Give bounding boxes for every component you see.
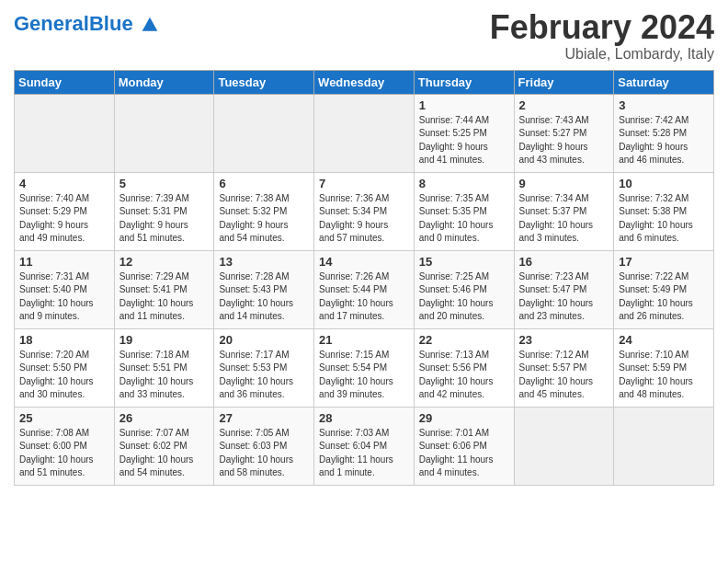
calendar-cell: 18Sunrise: 7:20 AMSunset: 5:50 PMDayligh…	[15, 328, 115, 407]
day-info: Sunrise: 7:32 AMSunset: 5:38 PMDaylight:…	[619, 192, 709, 246]
calendar-cell: 29Sunrise: 7:01 AMSunset: 6:06 PMDayligh…	[414, 407, 514, 485]
calendar-cell: 19Sunrise: 7:18 AMSunset: 5:51 PMDayligh…	[114, 328, 214, 407]
day-info: Sunrise: 7:03 AMSunset: 6:04 PMDaylight:…	[319, 427, 409, 480]
day-info: Sunrise: 7:42 AMSunset: 5:28 PMDaylight:…	[619, 114, 709, 167]
logo-general: General	[14, 12, 89, 35]
day-info: Sunrise: 7:26 AMSunset: 5:44 PMDaylight:…	[319, 270, 409, 324]
day-number: 2	[519, 98, 609, 112]
day-info: Sunrise: 7:07 AMSunset: 6:02 PMDaylight:…	[119, 427, 210, 480]
day-number: 26	[119, 411, 210, 425]
calendar-cell	[514, 407, 614, 485]
calendar-cell: 15Sunrise: 7:25 AMSunset: 5:46 PMDayligh…	[414, 250, 514, 328]
day-info: Sunrise: 7:20 AMSunset: 5:50 PMDaylight:…	[19, 349, 109, 402]
calendar-cell: 21Sunrise: 7:15 AMSunset: 5:54 PMDayligh…	[314, 328, 415, 407]
day-info: Sunrise: 7:34 AMSunset: 5:37 PMDaylight:…	[519, 192, 609, 246]
calendar-cell: 16Sunrise: 7:23 AMSunset: 5:47 PMDayligh…	[514, 250, 614, 328]
day-info: Sunrise: 7:39 AMSunset: 5:31 PMDaylight:…	[119, 192, 210, 246]
day-number: 12	[119, 255, 210, 269]
day-info: Sunrise: 7:10 AMSunset: 5:59 PMDaylight:…	[619, 349, 709, 402]
calendar-cell: 20Sunrise: 7:17 AMSunset: 5:53 PMDayligh…	[214, 328, 314, 407]
day-number: 11	[19, 255, 109, 269]
day-info: Sunrise: 7:35 AMSunset: 5:35 PMDaylight:…	[419, 192, 509, 246]
day-info: Sunrise: 7:01 AMSunset: 6:06 PMDaylight:…	[419, 427, 509, 480]
day-number: 13	[219, 255, 309, 269]
day-info: Sunrise: 7:36 AMSunset: 5:34 PMDaylight:…	[319, 192, 409, 246]
calendar-cell: 3Sunrise: 7:42 AMSunset: 5:28 PMDaylight…	[614, 94, 714, 172]
day-number: 22	[419, 333, 509, 347]
calendar-week: 18Sunrise: 7:20 AMSunset: 5:50 PMDayligh…	[15, 328, 714, 407]
day-number: 27	[219, 411, 309, 425]
day-number: 18	[19, 333, 109, 347]
day-info: Sunrise: 7:05 AMSunset: 6:03 PMDaylight:…	[219, 427, 309, 480]
day-info: Sunrise: 7:40 AMSunset: 5:29 PMDaylight:…	[19, 192, 109, 246]
calendar-cell: 8Sunrise: 7:35 AMSunset: 5:35 PMDaylight…	[414, 172, 514, 250]
day-info: Sunrise: 7:28 AMSunset: 5:43 PMDaylight:…	[219, 270, 309, 324]
day-info: Sunrise: 7:23 AMSunset: 5:47 PMDaylight:…	[519, 270, 609, 324]
day-info: Sunrise: 7:08 AMSunset: 6:00 PMDaylight:…	[19, 427, 109, 480]
day-info: Sunrise: 7:25 AMSunset: 5:46 PMDaylight:…	[419, 270, 509, 324]
day-number: 5	[119, 177, 210, 190]
weekday-row: SundayMondayTuesdayWednesdayThursdayFrid…	[15, 70, 714, 94]
day-number: 14	[319, 255, 409, 269]
day-info: Sunrise: 7:22 AMSunset: 5:49 PMDaylight:…	[619, 270, 709, 324]
calendar-header: SundayMondayTuesdayWednesdayThursdayFrid…	[15, 70, 714, 94]
calendar-cell: 27Sunrise: 7:05 AMSunset: 6:03 PMDayligh…	[214, 407, 314, 485]
day-number: 20	[219, 333, 309, 347]
day-number: 15	[419, 255, 509, 269]
day-number: 21	[319, 333, 409, 347]
calendar-cell	[214, 94, 314, 172]
calendar-cell: 10Sunrise: 7:32 AMSunset: 5:38 PMDayligh…	[614, 172, 714, 250]
day-info: Sunrise: 7:29 AMSunset: 5:41 PMDaylight:…	[119, 270, 210, 324]
calendar-cell: 28Sunrise: 7:03 AMSunset: 6:04 PMDayligh…	[314, 407, 415, 485]
day-info: Sunrise: 7:44 AMSunset: 5:25 PMDaylight:…	[419, 114, 509, 167]
weekday-header: Saturday	[614, 70, 714, 94]
day-info: Sunrise: 7:17 AMSunset: 5:53 PMDaylight:…	[219, 349, 309, 402]
weekday-header: Thursday	[414, 70, 514, 94]
day-number: 6	[219, 177, 309, 190]
calendar-week: 11Sunrise: 7:31 AMSunset: 5:40 PMDayligh…	[15, 250, 714, 328]
logo: GeneralBlue	[14, 14, 159, 34]
day-number: 16	[519, 255, 609, 269]
calendar-title: February 2024	[490, 9, 714, 46]
calendar-cell: 1Sunrise: 7:44 AMSunset: 5:25 PMDaylight…	[414, 94, 514, 172]
day-info: Sunrise: 7:13 AMSunset: 5:56 PMDaylight:…	[419, 349, 509, 402]
day-number: 25	[19, 411, 109, 425]
svg-marker-0	[142, 17, 157, 31]
day-number: 19	[119, 333, 210, 347]
day-number: 10	[619, 177, 709, 190]
calendar-cell: 22Sunrise: 7:13 AMSunset: 5:56 PMDayligh…	[414, 328, 514, 407]
calendar-subtitle: Ubiale, Lombardy, Italy	[490, 46, 714, 63]
calendar-table: SundayMondayTuesdayWednesdayThursdayFrid…	[14, 70, 714, 486]
day-number: 24	[619, 333, 709, 347]
calendar-cell: 5Sunrise: 7:39 AMSunset: 5:31 PMDaylight…	[114, 172, 214, 250]
calendar-cell: 26Sunrise: 7:07 AMSunset: 6:02 PMDayligh…	[114, 407, 214, 485]
calendar-cell: 25Sunrise: 7:08 AMSunset: 6:00 PMDayligh…	[15, 407, 115, 485]
calendar-cell: 17Sunrise: 7:22 AMSunset: 5:49 PMDayligh…	[614, 250, 714, 328]
day-number: 28	[319, 411, 409, 425]
weekday-header: Wednesday	[314, 70, 415, 94]
calendar-cell: 14Sunrise: 7:26 AMSunset: 5:44 PMDayligh…	[314, 250, 415, 328]
calendar-cell: 6Sunrise: 7:38 AMSunset: 5:32 PMDaylight…	[214, 172, 314, 250]
calendar-cell: 11Sunrise: 7:31 AMSunset: 5:40 PMDayligh…	[15, 250, 115, 328]
calendar-cell: 24Sunrise: 7:10 AMSunset: 5:59 PMDayligh…	[614, 328, 714, 407]
logo-text: GeneralBlue	[14, 14, 159, 34]
calendar-week: 25Sunrise: 7:08 AMSunset: 6:00 PMDayligh…	[15, 407, 714, 485]
calendar-cell	[314, 94, 415, 172]
day-number: 7	[319, 177, 409, 190]
calendar-cell	[614, 407, 714, 485]
logo-icon	[141, 16, 159, 34]
calendar-cell: 7Sunrise: 7:36 AMSunset: 5:34 PMDaylight…	[314, 172, 415, 250]
day-number: 4	[19, 177, 109, 190]
calendar-week: 4Sunrise: 7:40 AMSunset: 5:29 PMDaylight…	[15, 172, 714, 250]
day-info: Sunrise: 7:12 AMSunset: 5:57 PMDaylight:…	[519, 349, 609, 402]
day-info: Sunrise: 7:43 AMSunset: 5:27 PMDaylight:…	[519, 114, 609, 167]
page-header: GeneralBlue February 2024 Ubiale, Lombar…	[14, 9, 714, 63]
calendar-cell: 23Sunrise: 7:12 AMSunset: 5:57 PMDayligh…	[514, 328, 614, 407]
day-number: 1	[419, 98, 509, 112]
day-info: Sunrise: 7:38 AMSunset: 5:32 PMDaylight:…	[219, 192, 309, 246]
weekday-header: Friday	[514, 70, 614, 94]
day-info: Sunrise: 7:15 AMSunset: 5:54 PMDaylight:…	[319, 349, 409, 402]
calendar-cell	[15, 94, 115, 172]
day-number: 17	[619, 255, 709, 269]
day-number: 29	[419, 411, 509, 425]
